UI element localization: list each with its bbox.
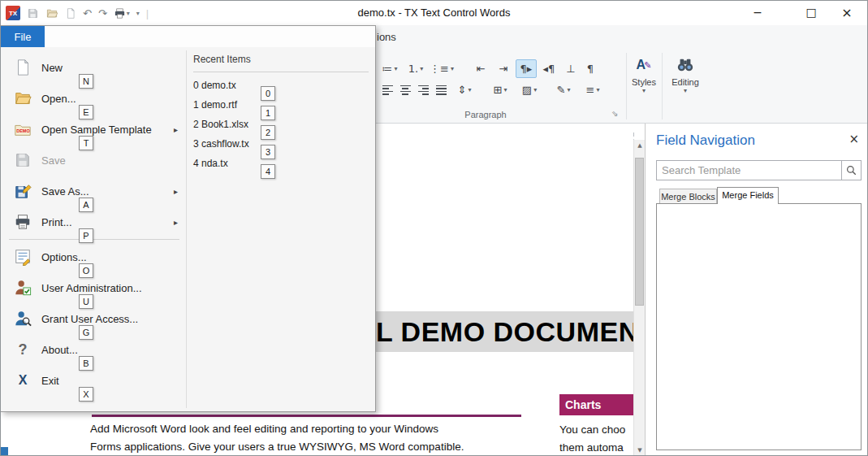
menu-item-save-as[interactable]: Save As... ▸ A	[4, 176, 184, 206]
editing-button[interactable]: Editing ▾	[665, 53, 706, 94]
undo-icon[interactable]: ↶	[83, 7, 92, 20]
group-separator	[626, 53, 627, 119]
ribbon-tab-clipped[interactable]: ions	[377, 31, 396, 43]
styles-caret: ▾	[628, 87, 660, 94]
keytip: A	[79, 198, 93, 212]
align-right-button[interactable]	[415, 80, 431, 99]
decrease-indent-button[interactable]: ⇤	[470, 59, 491, 78]
line-spacing-button[interactable]: ⇕▾	[452, 80, 477, 99]
group-separator	[662, 53, 663, 119]
recent-item-1[interactable]: 1 demo.rtf 1	[193, 95, 369, 115]
editing-label: Editing	[665, 77, 706, 87]
paragraph-marks-button[interactable]: ¶	[581, 59, 600, 78]
keytip: P	[79, 228, 93, 243]
bullet-list-button[interactable]: ≔▾	[378, 59, 402, 78]
submenu-arrow-icon: ▸	[174, 187, 184, 196]
right-to-left-button[interactable]: ◂¶	[538, 59, 559, 78]
menu-item-grant-user-access[interactable]: Grant User Access... G	[4, 303, 184, 334]
open-folder-icon	[12, 89, 33, 108]
menu-item-open-sample-template[interactable]: DEMO Open Sample Template ▸ T	[4, 114, 184, 145]
save-icon	[12, 150, 33, 170]
keytip: U	[79, 294, 93, 309]
justify-icon	[436, 84, 447, 97]
menu-item-new[interactable]: New N	[4, 52, 184, 83]
left-to-right-button[interactable]: ¶▸	[516, 59, 537, 78]
search-button[interactable]	[841, 161, 861, 180]
print-dropdown-caret[interactable]: ▾	[127, 10, 130, 17]
recent-item-3[interactable]: 3 cashflow.tx 3	[193, 134, 369, 154]
vertical-scrollbar[interactable]: ▲ ▼	[633, 140, 645, 456]
border-style-button[interactable]: ≡▾	[581, 80, 605, 99]
exit-icon: X	[12, 371, 33, 390]
recent-items-divider	[193, 72, 369, 72]
submenu-arrow-icon: ▸	[174, 218, 184, 227]
field-navigation-panel: Field Navigation × Merge Blocks Merge Fi…	[645, 124, 868, 456]
panel-title: Field Navigation	[656, 132, 755, 149]
bottom-left-accent	[1, 447, 8, 456]
qat-divider: |	[146, 7, 149, 20]
tab-merge-blocks[interactable]: Merge Blocks	[659, 189, 717, 204]
open-folder-icon[interactable]	[45, 7, 58, 20]
panel-close-icon[interactable]: ×	[849, 132, 859, 146]
maximize-button[interactable]: □	[797, 2, 825, 24]
qat-customize-caret[interactable]: ▾	[136, 10, 140, 17]
recent-item-4[interactable]: 4 nda.tx 4	[193, 154, 369, 173]
file-menu: File New N Open... E DEMO	[1, 25, 376, 412]
print-icon[interactable]: ▾	[114, 7, 130, 20]
scrollbar-thumb[interactable]	[635, 158, 644, 306]
shading-button[interactable]: ▨▾	[517, 80, 542, 99]
justify-button[interactable]	[433, 80, 449, 99]
numbering-button[interactable]: 1.▾	[404, 59, 428, 78]
menu-item-options[interactable]: Options... O	[4, 241, 184, 272]
close-button[interactable]: ×	[833, 2, 861, 24]
demo-folder-icon: DEMO	[12, 119, 33, 139]
merge-fields-list[interactable]	[656, 203, 862, 450]
align-right-icon	[418, 84, 429, 97]
multilevel-list-button[interactable]: ⋮≡▾	[430, 59, 454, 78]
menu-item-about[interactable]: ? About... B	[4, 334, 184, 365]
menu-item-save[interactable]: Save	[4, 145, 184, 176]
new-document-icon[interactable]	[65, 7, 76, 20]
redo-icon[interactable]: ↷	[98, 7, 107, 20]
save-icon[interactable]	[27, 7, 39, 20]
svg-text:DEMO: DEMO	[16, 128, 30, 133]
keytip: 0	[261, 86, 275, 101]
file-tab[interactable]: File	[1, 26, 45, 47]
recent-item-2[interactable]: 2 Book1.xlsx 2	[193, 115, 369, 134]
align-center-button[interactable]	[397, 80, 413, 99]
body-text-left-column: Add Microsoft Word look and feel editing…	[90, 420, 533, 456]
printer-icon	[12, 212, 33, 232]
menu-separator	[9, 239, 179, 240]
keytip: 1	[261, 106, 275, 120]
minimize-button[interactable]: −	[744, 2, 771, 24]
keytip: 3	[261, 145, 275, 159]
recent-item-0[interactable]: 0 demo.tx 0	[193, 76, 369, 95]
about-icon: ?	[12, 340, 33, 359]
menu-item-print[interactable]: Print... ▸ P	[4, 206, 184, 237]
menu-item-open[interactable]: Open... E	[4, 83, 184, 114]
keytip: O	[79, 263, 93, 278]
editing-binoculars-icon	[665, 53, 706, 77]
editing-caret: ▾	[665, 87, 706, 94]
border-pen-button[interactable]: ✎▾	[551, 80, 576, 99]
keytip: G	[79, 325, 93, 340]
search-input[interactable]	[657, 161, 842, 180]
increase-indent-button[interactable]: ⇥	[493, 59, 514, 78]
borders-button[interactable]: ⊞▾	[488, 80, 512, 99]
styles-label: Styles	[628, 77, 660, 87]
styles-button[interactable]: A✎ Styles ▾	[628, 53, 660, 94]
tx-logo-icon[interactable]: TX	[6, 6, 20, 20]
tab-merge-fields[interactable]: Merge Fields	[717, 187, 779, 204]
paragraph-dialog-launcher[interactable]: ⇘	[611, 109, 618, 118]
titlebar: TX ↶ ↷ ▾ ▾ | demo.tx - TX Text Control W…	[1, 1, 867, 25]
text-flow-button[interactable]: ⊥	[561, 59, 581, 78]
menu-item-exit[interactable]: X Exit X	[4, 365, 184, 396]
app-window: TX ↶ ↷ ▾ ▾ | demo.tx - TX Text Control W…	[0, 0, 868, 456]
scroll-down-arrow[interactable]: ▼	[634, 445, 646, 456]
scroll-up-arrow[interactable]: ▲	[634, 140, 646, 152]
menu-item-user-administration[interactable]: User Administration... U	[4, 272, 184, 303]
styles-icon: A✎	[628, 53, 660, 77]
recent-items-panel: Recent Items 0 demo.tx 0 1 demo.rtf 1 2 …	[187, 47, 375, 411]
align-left-button[interactable]	[379, 80, 395, 99]
keytip: 4	[261, 164, 275, 179]
